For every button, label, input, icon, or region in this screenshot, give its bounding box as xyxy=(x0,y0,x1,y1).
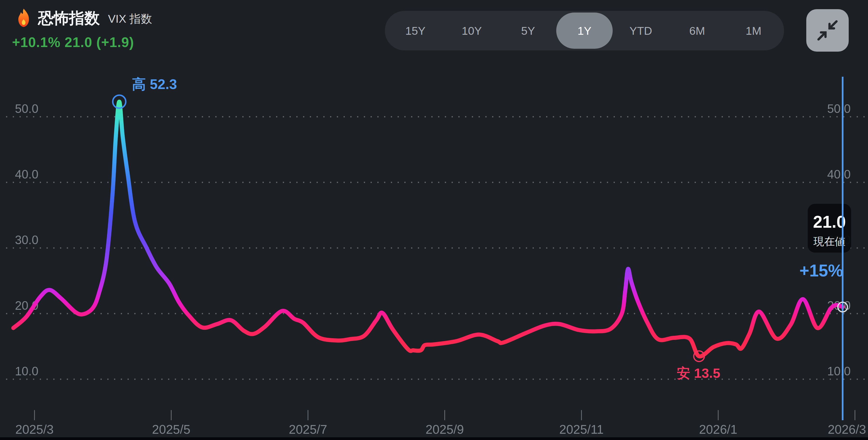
vix-line-path xyxy=(13,101,843,356)
range-button-1m[interactable]: 1M xyxy=(725,12,782,49)
vix-chart-screen: 50.050.040.040.030.030.020.020.010.010.0… xyxy=(0,0,868,440)
y-axis-label-left: 40.0 xyxy=(15,168,38,181)
vix-line-chart[interactable]: 50.050.040.040.030.030.020.020.010.010.0… xyxy=(0,0,868,440)
current-value-text: 21.0 xyxy=(813,212,846,231)
y-axis-label-right: 50.0 xyxy=(827,102,850,116)
page-title: 恐怖指数 xyxy=(38,8,100,28)
x-axis-label: 2025/3 xyxy=(15,422,54,436)
collapse-chart-button[interactable] xyxy=(806,9,849,52)
axis-labels: 50.050.040.040.030.030.020.020.010.010.0… xyxy=(15,102,866,436)
range-button-1y[interactable]: 1Y xyxy=(556,12,613,49)
low-annotation: 安 13.5 xyxy=(677,365,720,381)
range-button-15y[interactable]: 15Y xyxy=(387,12,444,49)
current-value-badge: 21.0 現在値 xyxy=(808,204,851,253)
x-axis-label: 2025/7 xyxy=(289,422,327,436)
range-button-ytd[interactable]: YTD xyxy=(613,12,669,49)
change-percent-label: +15% xyxy=(800,261,843,280)
x-axis-label: 2026/1 xyxy=(699,422,737,436)
x-axis-label: 2025/11 xyxy=(559,422,604,436)
fire-icon xyxy=(16,8,32,28)
chart-header: 恐怖指数 VIX 指数 xyxy=(16,8,152,28)
x-axis-label: 2025/9 xyxy=(426,422,464,436)
high-annotation: 高 52.3 xyxy=(132,76,177,92)
page-subtitle: VIX 指数 xyxy=(108,10,152,28)
time-range-selector: 15Y 10Y 5Y 1Y YTD 6M 1M xyxy=(385,11,784,51)
current-value-caption: 現在値 xyxy=(813,235,845,247)
home-indicator-area xyxy=(0,437,868,440)
range-button-10y[interactable]: 10Y xyxy=(444,12,500,49)
price-change-stats: +10.1% 21.0 (+1.9) xyxy=(12,34,134,50)
range-button-5y[interactable]: 5Y xyxy=(500,12,556,49)
x-axis-label: 2025/5 xyxy=(152,422,190,436)
y-axis-label-left: 30.0 xyxy=(15,233,38,247)
y-axis-label-right: 40.0 xyxy=(827,168,850,181)
x-axis-label: 2026/3 xyxy=(828,422,866,436)
collapse-arrows-icon xyxy=(815,18,840,43)
gridlines xyxy=(6,117,868,379)
y-axis-label-right: 10.0 xyxy=(827,364,850,378)
y-axis-label-left: 10.0 xyxy=(15,364,38,378)
y-axis-label-left: 50.0 xyxy=(15,102,38,116)
range-button-6m[interactable]: 6M xyxy=(669,12,725,49)
